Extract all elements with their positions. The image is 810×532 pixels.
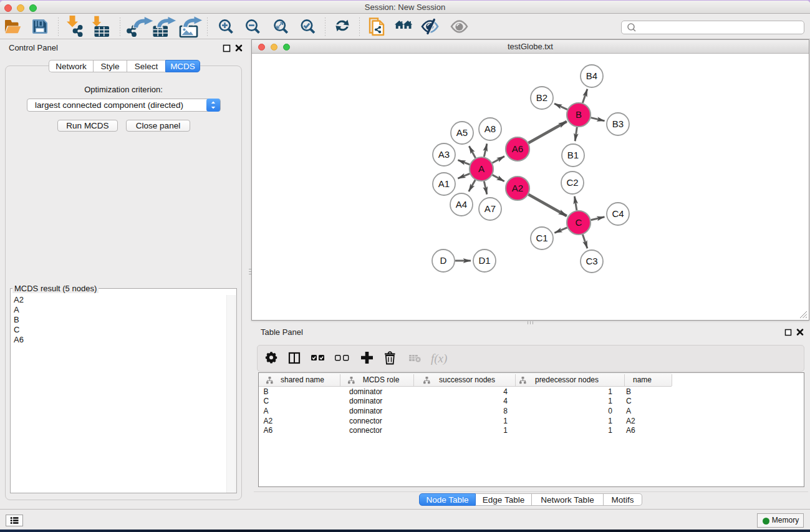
svg-text:C4: C4 xyxy=(612,208,624,219)
svg-text:C3: C3 xyxy=(586,256,597,266)
svg-text:B2: B2 xyxy=(536,92,547,103)
svg-text:B: B xyxy=(576,109,582,120)
svg-text:C2: C2 xyxy=(566,177,578,188)
svg-text:f(x): f(x) xyxy=(431,352,447,365)
svg-text:A5: A5 xyxy=(456,127,468,138)
svg-text:A7: A7 xyxy=(485,203,496,214)
svg-text:C: C xyxy=(576,217,582,228)
svg-text:A: A xyxy=(478,163,485,174)
svg-text:A2: A2 xyxy=(512,183,523,193)
svg-text:C1: C1 xyxy=(536,233,547,243)
svg-text:A4: A4 xyxy=(456,199,467,210)
svg-text:B3: B3 xyxy=(612,118,624,129)
svg-text:A3: A3 xyxy=(438,149,450,160)
svg-text:B1: B1 xyxy=(567,150,579,160)
svg-text:B4: B4 xyxy=(586,70,597,81)
svg-text:A6: A6 xyxy=(512,143,523,154)
svg-text:A8: A8 xyxy=(485,123,496,134)
svg-text:D1: D1 xyxy=(478,255,490,266)
svg-text:A1: A1 xyxy=(438,178,450,189)
svg-text:D: D xyxy=(440,255,447,266)
